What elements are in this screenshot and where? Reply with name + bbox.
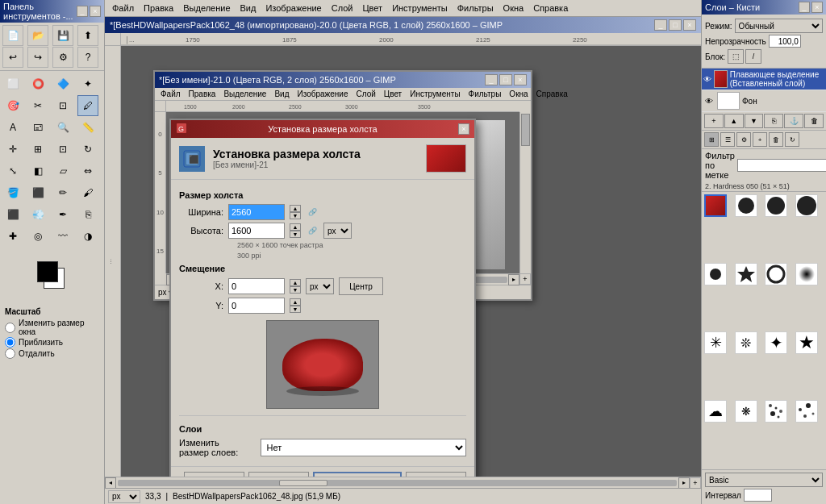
brush-item-4[interactable]: [704, 263, 727, 285]
tool-blend[interactable]: ⬛: [27, 182, 48, 203]
inner-menu-tools[interactable]: Инструменты: [407, 89, 463, 99]
width-spin-down[interactable]: ▼: [290, 212, 301, 219]
main-minimize-btn[interactable]: _: [654, 19, 667, 31]
center-button[interactable]: Центр: [339, 277, 383, 295]
brush-item-scatter1[interactable]: [765, 400, 787, 423]
status-unit-select[interactable]: px: [108, 490, 140, 503]
y-input[interactable]: [228, 298, 285, 314]
hscroll-main-right[interactable]: ▸: [678, 477, 690, 489]
tool-measure[interactable]: 📏: [77, 117, 98, 138]
tool-paintbrush[interactable]: 🖌: [77, 182, 98, 203]
tool-clone[interactable]: ⎘: [77, 204, 98, 225]
width-input[interactable]: [228, 204, 285, 220]
menu-color[interactable]: Цвет: [358, 2, 386, 15]
menu-file[interactable]: Файл: [108, 2, 138, 15]
height-spin-down[interactable]: ▼: [290, 231, 301, 238]
tool-pencil[interactable]: ✏: [52, 182, 73, 203]
interval-input[interactable]: 10,0: [744, 489, 772, 502]
hscroll-main-thumb[interactable]: [279, 480, 327, 486]
tool-ink[interactable]: ✒: [52, 204, 73, 225]
save-icon[interactable]: 💾: [52, 25, 73, 46]
prefs-icon[interactable]: ⚙: [52, 47, 73, 68]
tool-shear[interactable]: ◧: [27, 160, 48, 181]
tool-flip[interactable]: ⇔: [77, 160, 98, 181]
brush-delete-btn[interactable]: 🗑: [769, 132, 783, 147]
menu-tools[interactable]: Инструменты: [388, 2, 452, 15]
scale-option-fit[interactable]: Изменить размер окна: [5, 319, 99, 336]
x-spin-up[interactable]: ▲: [290, 279, 301, 286]
new-icon[interactable]: 📄: [2, 25, 23, 46]
tool-eraser[interactable]: ⬛: [2, 204, 23, 225]
resize-button[interactable]: Изменить размер: [313, 472, 402, 477]
cancel-button[interactable]: Отменить: [406, 472, 466, 477]
scale-option-zoom-out[interactable]: Отдалить: [5, 348, 99, 359]
brush-view-grid-btn[interactable]: ⊞: [704, 132, 719, 147]
brush-item-3[interactable]: [795, 194, 818, 217]
reset-button[interactable]: Сбросить: [248, 472, 309, 477]
tool-ellipse-select[interactable]: ⭕: [27, 73, 48, 94]
export-icon[interactable]: ⬆: [77, 25, 98, 46]
brush-item-splatter2[interactable]: ❊: [735, 331, 757, 354]
help-icon[interactable]: ?: [77, 47, 98, 68]
undo-icon[interactable]: ↩: [2, 47, 23, 68]
redo-icon[interactable]: ↪: [27, 47, 48, 68]
raise-layer-btn[interactable]: ▲: [724, 114, 744, 128]
tool-scale[interactable]: ⤡: [2, 160, 23, 181]
brush-item-cloud2[interactable]: ❋: [735, 400, 757, 423]
main-maximize-btn[interactable]: □: [669, 19, 682, 31]
tool-align[interactable]: ⊞: [27, 139, 48, 160]
lower-layer-btn[interactable]: ▼: [745, 114, 764, 128]
brush-item-5[interactable]: [765, 263, 787, 285]
tool-foreground-select[interactable]: ⊡: [52, 95, 73, 116]
bottom-tag-select[interactable]: Basic: [705, 473, 823, 487]
block-icon1[interactable]: ⬚: [728, 49, 744, 64]
brush-item-2[interactable]: [765, 194, 787, 217]
tool-fuzzy-select[interactable]: ✦: [77, 73, 98, 94]
toolbox-minimize-btn[interactable]: _: [77, 6, 88, 17]
layer-item-floating[interactable]: 👁 Плавающее выделение (Вставленный слой): [702, 69, 826, 90]
inner-menu-layer[interactable]: Слой: [353, 89, 378, 99]
tool-move[interactable]: ✛: [2, 139, 23, 160]
brush-item-star[interactable]: [735, 263, 757, 285]
mode-select[interactable]: Обычный: [735, 19, 823, 33]
tool-rotate[interactable]: ↻: [77, 139, 98, 160]
height-spin-up[interactable]: ▲: [290, 223, 301, 231]
hscroll-main-left[interactable]: ◂: [105, 477, 116, 489]
inner-minimize-btn[interactable]: _: [485, 74, 498, 85]
layer-eye-floating[interactable]: 👁: [703, 73, 711, 85]
panel-close-btn[interactable]: ×: [811, 2, 823, 13]
height-input[interactable]: [228, 223, 285, 239]
brush-refresh-btn[interactable]: ↻: [785, 132, 799, 147]
tool-heal[interactable]: ✚: [2, 226, 23, 247]
inner-menu-view[interactable]: Вид: [271, 89, 292, 99]
new-layer-btn[interactable]: +: [704, 114, 724, 128]
tool-select-by-color[interactable]: 🎯: [2, 95, 23, 116]
menu-layer[interactable]: Слой: [327, 2, 357, 15]
brush-item-splatter4[interactable]: ★: [795, 331, 818, 354]
menu-filters[interactable]: Фильтры: [453, 2, 498, 15]
vscroll-thumb[interactable]: [521, 114, 530, 146]
width-spin-up[interactable]: ▲: [290, 205, 301, 212]
help-button[interactable]: Справка: [184, 472, 244, 477]
tool-color-picker[interactable]: 🖃: [27, 117, 48, 138]
tool-crop[interactable]: ⊡: [52, 139, 73, 160]
inner-scrollbar-v[interactable]: [519, 112, 531, 273]
tool-paths[interactable]: 🖊: [77, 95, 98, 116]
hscroll-corner[interactable]: +: [690, 477, 701, 489]
anchor-layer-btn[interactable]: ⚓: [784, 114, 803, 128]
inner-close-btn[interactable]: ×: [514, 74, 527, 85]
delete-layer-btn[interactable]: 🗑: [804, 114, 824, 128]
brush-view-list-btn[interactable]: ☰: [720, 132, 735, 147]
brush-item-splatter3[interactable]: ✦: [765, 331, 787, 354]
tool-perspective[interactable]: ▱: [52, 160, 73, 181]
x-input[interactable]: [228, 278, 285, 294]
inner-menu-file[interactable]: Файл: [157, 89, 184, 99]
main-close-btn[interactable]: ×: [683, 19, 696, 31]
dialog-close-btn[interactable]: ×: [458, 123, 469, 135]
canvas-area[interactable]: *[Без имени]-21.0 (Цвета RGB, 2 слоя) 25…: [121, 46, 701, 477]
brush-item-car[interactable]: [704, 194, 727, 217]
menu-view[interactable]: Вид: [236, 2, 261, 15]
x-unit-select[interactable]: px: [306, 278, 334, 294]
tool-dodge[interactable]: ◑: [77, 226, 98, 247]
toolbox-close-btn[interactable]: ×: [90, 6, 101, 17]
